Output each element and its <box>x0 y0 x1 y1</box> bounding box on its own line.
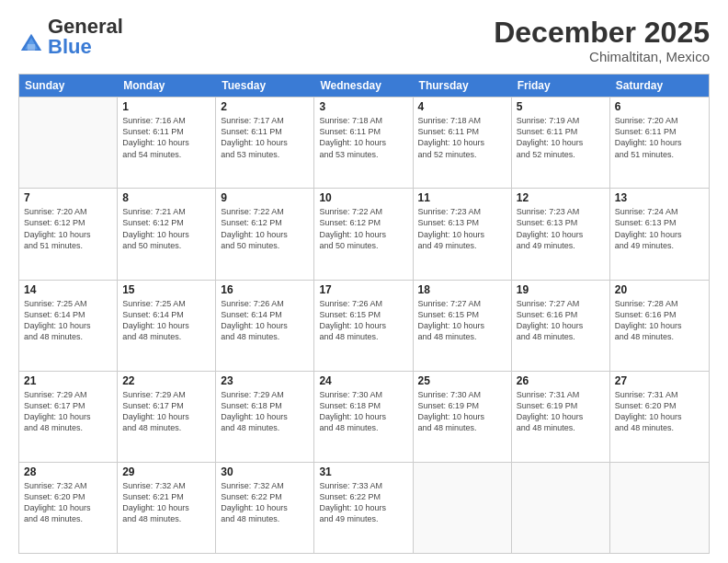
day-number: 10 <box>319 191 407 204</box>
day-number: 20 <box>615 283 704 296</box>
day-info: Sunrise: 7:19 AM Sunset: 6:11 PM Dayligh… <box>517 115 605 160</box>
calendar-cell: 20Sunrise: 7:28 AM Sunset: 6:16 PM Dayli… <box>610 281 709 371</box>
calendar-cell: 7Sunrise: 7:20 AM Sunset: 6:12 PM Daylig… <box>19 189 118 279</box>
day-info: Sunrise: 7:17 AM Sunset: 6:11 PM Dayligh… <box>221 115 309 160</box>
calendar-cell: 25Sunrise: 7:30 AM Sunset: 6:19 PM Dayli… <box>414 372 512 462</box>
day-number: 12 <box>517 191 605 204</box>
calendar-cell: 17Sunrise: 7:26 AM Sunset: 6:15 PM Dayli… <box>314 281 413 371</box>
day-number: 18 <box>418 283 506 296</box>
calendar-cell: 13Sunrise: 7:24 AM Sunset: 6:13 PM Dayli… <box>610 189 709 279</box>
day-number: 11 <box>418 191 506 204</box>
calendar-cell: 30Sunrise: 7:32 AM Sunset: 6:22 PM Dayli… <box>216 463 314 553</box>
calendar-cell: 22Sunrise: 7:29 AM Sunset: 6:17 PM Dayli… <box>118 372 216 462</box>
logo-icon <box>18 31 44 57</box>
calendar-cell: 4Sunrise: 7:18 AM Sunset: 6:11 PM Daylig… <box>414 98 512 188</box>
calendar-cell <box>610 463 709 553</box>
day-info: Sunrise: 7:26 AM Sunset: 6:14 PM Dayligh… <box>221 298 309 343</box>
calendar-row: 7Sunrise: 7:20 AM Sunset: 6:12 PM Daylig… <box>19 188 709 279</box>
calendar-cell: 15Sunrise: 7:25 AM Sunset: 6:14 PM Dayli… <box>118 281 216 371</box>
day-number: 6 <box>615 100 704 113</box>
calendar-body: 1Sunrise: 7:16 AM Sunset: 6:11 PM Daylig… <box>19 97 709 553</box>
day-info: Sunrise: 7:27 AM Sunset: 6:15 PM Dayligh… <box>418 298 506 343</box>
calendar-cell: 23Sunrise: 7:29 AM Sunset: 6:18 PM Dayli… <box>216 372 314 462</box>
calendar-row: 28Sunrise: 7:32 AM Sunset: 6:20 PM Dayli… <box>19 462 709 553</box>
day-info: Sunrise: 7:32 AM Sunset: 6:20 PM Dayligh… <box>24 480 112 525</box>
day-number: 16 <box>221 283 309 296</box>
calendar-header: SundayMondayTuesdayWednesdayThursdayFrid… <box>19 75 709 97</box>
day-info: Sunrise: 7:30 AM Sunset: 6:18 PM Dayligh… <box>319 389 407 434</box>
main-title: December 2025 <box>494 17 710 49</box>
calendar-cell: 10Sunrise: 7:22 AM Sunset: 6:12 PM Dayli… <box>314 189 413 279</box>
day-number: 28 <box>24 465 112 478</box>
calendar-day-header: Sunday <box>19 75 118 97</box>
day-info: Sunrise: 7:21 AM Sunset: 6:12 PM Dayligh… <box>122 206 210 251</box>
calendar-cell: 27Sunrise: 7:31 AM Sunset: 6:20 PM Dayli… <box>610 372 709 462</box>
day-number: 24 <box>319 374 407 387</box>
day-info: Sunrise: 7:33 AM Sunset: 6:22 PM Dayligh… <box>319 480 407 525</box>
subtitle: Chimaltitan, Mexico <box>494 49 710 64</box>
calendar-cell: 14Sunrise: 7:25 AM Sunset: 6:14 PM Dayli… <box>19 281 118 371</box>
calendar-day-header: Saturday <box>610 75 709 97</box>
calendar-row: 1Sunrise: 7:16 AM Sunset: 6:11 PM Daylig… <box>19 97 709 188</box>
day-number: 5 <box>517 100 605 113</box>
calendar-cell: 29Sunrise: 7:32 AM Sunset: 6:21 PM Dayli… <box>118 463 216 553</box>
title-block: December 2025 Chimaltitan, Mexico <box>494 17 710 64</box>
day-info: Sunrise: 7:25 AM Sunset: 6:14 PM Dayligh… <box>122 298 210 343</box>
day-info: Sunrise: 7:25 AM Sunset: 6:14 PM Dayligh… <box>24 298 112 343</box>
calendar-cell: 5Sunrise: 7:19 AM Sunset: 6:11 PM Daylig… <box>512 98 610 188</box>
day-number: 1 <box>122 100 210 113</box>
day-number: 21 <box>24 374 112 387</box>
calendar-cell: 6Sunrise: 7:20 AM Sunset: 6:11 PM Daylig… <box>610 98 709 188</box>
calendar-cell: 31Sunrise: 7:33 AM Sunset: 6:22 PM Dayli… <box>314 463 413 553</box>
day-number: 29 <box>122 465 210 478</box>
calendar-cell: 28Sunrise: 7:32 AM Sunset: 6:20 PM Dayli… <box>19 463 118 553</box>
day-number: 13 <box>615 191 704 204</box>
day-info: Sunrise: 7:29 AM Sunset: 6:17 PM Dayligh… <box>122 389 210 434</box>
day-info: Sunrise: 7:18 AM Sunset: 6:11 PM Dayligh… <box>418 115 506 160</box>
day-info: Sunrise: 7:20 AM Sunset: 6:12 PM Dayligh… <box>24 206 112 251</box>
calendar-row: 14Sunrise: 7:25 AM Sunset: 6:14 PM Dayli… <box>19 280 709 371</box>
day-info: Sunrise: 7:16 AM Sunset: 6:11 PM Dayligh… <box>122 115 210 160</box>
day-info: Sunrise: 7:24 AM Sunset: 6:13 PM Dayligh… <box>615 206 704 251</box>
calendar-cell: 26Sunrise: 7:31 AM Sunset: 6:19 PM Dayli… <box>512 372 610 462</box>
svg-rect-2 <box>28 44 35 51</box>
calendar-day-header: Friday <box>512 75 610 97</box>
day-number: 27 <box>615 374 704 387</box>
day-info: Sunrise: 7:22 AM Sunset: 6:12 PM Dayligh… <box>319 206 407 251</box>
day-info: Sunrise: 7:29 AM Sunset: 6:17 PM Dayligh… <box>24 389 112 434</box>
calendar: SundayMondayTuesdayWednesdayThursdayFrid… <box>18 74 710 554</box>
logo-general: General <box>48 17 123 37</box>
day-number: 25 <box>418 374 506 387</box>
day-number: 7 <box>24 191 112 204</box>
day-number: 26 <box>517 374 605 387</box>
day-number: 8 <box>122 191 210 204</box>
calendar-cell: 18Sunrise: 7:27 AM Sunset: 6:15 PM Dayli… <box>414 281 512 371</box>
day-number: 9 <box>221 191 309 204</box>
calendar-cell <box>414 463 512 553</box>
calendar-day-header: Thursday <box>414 75 512 97</box>
day-info: Sunrise: 7:31 AM Sunset: 6:19 PM Dayligh… <box>517 389 605 434</box>
day-info: Sunrise: 7:32 AM Sunset: 6:22 PM Dayligh… <box>221 480 309 525</box>
day-info: Sunrise: 7:23 AM Sunset: 6:13 PM Dayligh… <box>418 206 506 251</box>
header: General Blue December 2025 Chimaltitan, … <box>18 17 710 64</box>
calendar-cell <box>19 98 118 188</box>
day-number: 19 <box>517 283 605 296</box>
day-info: Sunrise: 7:32 AM Sunset: 6:21 PM Dayligh… <box>122 480 210 525</box>
calendar-cell: 2Sunrise: 7:17 AM Sunset: 6:11 PM Daylig… <box>216 98 314 188</box>
day-info: Sunrise: 7:31 AM Sunset: 6:20 PM Dayligh… <box>615 389 704 434</box>
day-number: 31 <box>319 465 407 478</box>
calendar-day-header: Monday <box>118 75 216 97</box>
day-number: 22 <box>122 374 210 387</box>
day-info: Sunrise: 7:28 AM Sunset: 6:16 PM Dayligh… <box>615 298 704 343</box>
day-number: 23 <box>221 374 309 387</box>
logo: General Blue <box>18 17 125 57</box>
day-info: Sunrise: 7:20 AM Sunset: 6:11 PM Dayligh… <box>615 115 704 160</box>
day-info: Sunrise: 7:18 AM Sunset: 6:11 PM Dayligh… <box>319 115 407 160</box>
day-info: Sunrise: 7:30 AM Sunset: 6:19 PM Dayligh… <box>418 389 506 434</box>
calendar-row: 21Sunrise: 7:29 AM Sunset: 6:17 PM Dayli… <box>19 371 709 462</box>
day-number: 14 <box>24 283 112 296</box>
calendar-cell: 24Sunrise: 7:30 AM Sunset: 6:18 PM Dayli… <box>314 372 413 462</box>
calendar-cell <box>512 463 610 553</box>
calendar-cell: 16Sunrise: 7:26 AM Sunset: 6:14 PM Dayli… <box>216 281 314 371</box>
page: General Blue December 2025 Chimaltitan, … <box>0 0 728 563</box>
